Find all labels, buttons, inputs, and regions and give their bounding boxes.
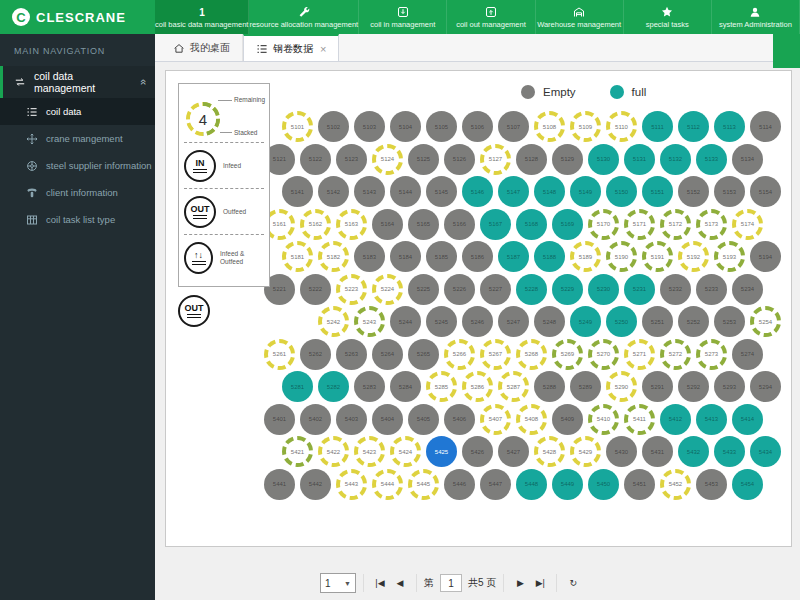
coil-cell[interactable]: 5401: [264, 404, 295, 435]
coil-cell[interactable]: 5409: [552, 404, 583, 435]
nav-item-coil-in-management[interactable]: coil in management: [359, 0, 447, 34]
coil-cell[interactable]: 5189: [570, 241, 601, 272]
coil-cell[interactable]: 5130: [588, 144, 619, 175]
coil-cell[interactable]: 5132: [660, 144, 691, 175]
coil-cell[interactable]: 5254: [750, 306, 781, 337]
coil-cell[interactable]: 5244: [390, 306, 421, 337]
coil-cell[interactable]: 5123: [336, 144, 367, 175]
coil-cell[interactable]: 5143: [354, 176, 385, 207]
nav-item-system-administration[interactable]: system Administration: [712, 0, 800, 34]
coil-cell[interactable]: 5251: [642, 306, 673, 337]
coil-cell[interactable]: 5172: [660, 209, 691, 240]
coil-cell[interactable]: 5107: [498, 111, 529, 142]
coil-cell[interactable]: 5233: [696, 274, 727, 305]
coil-cell[interactable]: 5246: [462, 306, 493, 337]
coil-cell[interactable]: 5229: [552, 274, 583, 305]
coil-cell[interactable]: 5265: [408, 339, 439, 370]
coil-cell[interactable]: 5162: [300, 209, 331, 240]
coil-cell[interactable]: 5288: [534, 371, 565, 402]
coil-cell[interactable]: 5446: [444, 469, 475, 500]
coil-cell[interactable]: 5111: [642, 111, 673, 142]
coil-cell[interactable]: 5146: [462, 176, 493, 207]
coil-cell[interactable]: 5169: [552, 209, 583, 240]
coil-cell[interactable]: 5114: [750, 111, 781, 142]
coil-cell[interactable]: 5165: [408, 209, 439, 240]
coil-cell[interactable]: 5424: [390, 436, 421, 467]
tab-close-icon[interactable]: ×: [320, 43, 326, 55]
coil-cell[interactable]: 5269: [552, 339, 583, 370]
coil-cell[interactable]: 5101: [282, 111, 313, 142]
coil-cell[interactable]: 5442: [300, 469, 331, 500]
coil-cell[interactable]: 5110: [606, 111, 637, 142]
coil-cell[interactable]: 5141: [282, 176, 313, 207]
coil-cell[interactable]: 5454: [732, 469, 763, 500]
coil-cell[interactable]: 5125: [408, 144, 439, 175]
coil-cell[interactable]: 5250: [606, 306, 637, 337]
page-number-input[interactable]: 1: [440, 574, 462, 592]
coil-cell[interactable]: 5448: [516, 469, 547, 500]
first-page-button[interactable]: |◀: [371, 573, 389, 593]
coil-cell[interactable]: 5432: [678, 436, 709, 467]
coil-cell[interactable]: 5126: [444, 144, 475, 175]
coil-cell[interactable]: 5414: [732, 404, 763, 435]
next-page-button[interactable]: ▶: [511, 573, 529, 593]
sidebar-item-coil-task-list-type[interactable]: coil task list type: [0, 206, 155, 233]
coil-cell[interactable]: 5150: [606, 176, 637, 207]
coil-cell[interactable]: 5293: [714, 371, 745, 402]
coil-cell[interactable]: 5109: [570, 111, 601, 142]
nav-item-resource-allocation-management[interactable]: resource allocation management: [249, 0, 359, 34]
coil-cell[interactable]: 5291: [642, 371, 673, 402]
coil-cell[interactable]: 5174: [732, 209, 763, 240]
coil-cell[interactable]: 5427: [498, 436, 529, 467]
coil-cell[interactable]: 5406: [444, 404, 475, 435]
coil-cell[interactable]: 5431: [642, 436, 673, 467]
coil-cell[interactable]: 5152: [678, 176, 709, 207]
prev-page-button[interactable]: ◀: [391, 573, 409, 593]
coil-cell[interactable]: 5262: [300, 339, 331, 370]
sidebar-item-steel-supplier-information[interactable]: steel supplier information: [0, 152, 155, 179]
coil-cell[interactable]: 5242: [318, 306, 349, 337]
coil-cell[interactable]: 5408: [516, 404, 547, 435]
coil-cell[interactable]: 5292: [678, 371, 709, 402]
coil-cell[interactable]: 5249: [570, 306, 601, 337]
coil-cell[interactable]: 5226: [444, 274, 475, 305]
coil-cell[interactable]: 5243: [354, 306, 385, 337]
coil-cell[interactable]: 5430: [606, 436, 637, 467]
coil-cell[interactable]: 5187: [498, 241, 529, 272]
coil-cell[interactable]: 5230: [588, 274, 619, 305]
coil-cell[interactable]: 5191: [642, 241, 673, 272]
sidebar-item-crane-mangement[interactable]: crane mangement: [0, 125, 155, 152]
coil-cell[interactable]: 5234: [732, 274, 763, 305]
sidebar-item-coil-data-management[interactable]: coil data management «: [0, 66, 155, 98]
coil-cell[interactable]: 5404: [372, 404, 403, 435]
coil-cell[interactable]: 5147: [498, 176, 529, 207]
coil-cell[interactable]: 5248: [534, 306, 565, 337]
nav-item-coil-out-management[interactable]: coil out management: [447, 0, 535, 34]
coil-cell[interactable]: 5267: [480, 339, 511, 370]
coil-cell[interactable]: 5166: [444, 209, 475, 240]
coil-cell[interactable]: 5232: [660, 274, 691, 305]
coil-cell[interactable]: 5425: [426, 436, 457, 467]
coil-cell[interactable]: 5186: [462, 241, 493, 272]
coil-cell[interactable]: 5272: [660, 339, 691, 370]
nav-item-coil-basic-data-management[interactable]: 1coil basic data management: [155, 0, 249, 34]
coil-cell[interactable]: 5423: [354, 436, 385, 467]
coil-cell[interactable]: 5452: [660, 469, 691, 500]
coil-cell[interactable]: 5194: [750, 241, 781, 272]
coil-cell[interactable]: 5103: [354, 111, 385, 142]
coil-cell[interactable]: 5422: [318, 436, 349, 467]
coil-cell[interactable]: 5447: [480, 469, 511, 500]
coil-cell[interactable]: 5428: [534, 436, 565, 467]
coil-cell[interactable]: 5421: [282, 436, 313, 467]
coil-cell[interactable]: 5263: [336, 339, 367, 370]
coil-cell[interactable]: 5273: [696, 339, 727, 370]
coil-cell[interactable]: 5104: [390, 111, 421, 142]
coil-cell[interactable]: 5451: [624, 469, 655, 500]
coil-cell[interactable]: 5449: [552, 469, 583, 500]
coil-cell[interactable]: 5106: [462, 111, 493, 142]
coil-cell[interactable]: 5411: [624, 404, 655, 435]
coil-cell[interactable]: 5184: [390, 241, 421, 272]
coil-cell[interactable]: 5270: [588, 339, 619, 370]
coil-cell[interactable]: 5153: [714, 176, 745, 207]
coil-cell[interactable]: 5285: [426, 371, 457, 402]
